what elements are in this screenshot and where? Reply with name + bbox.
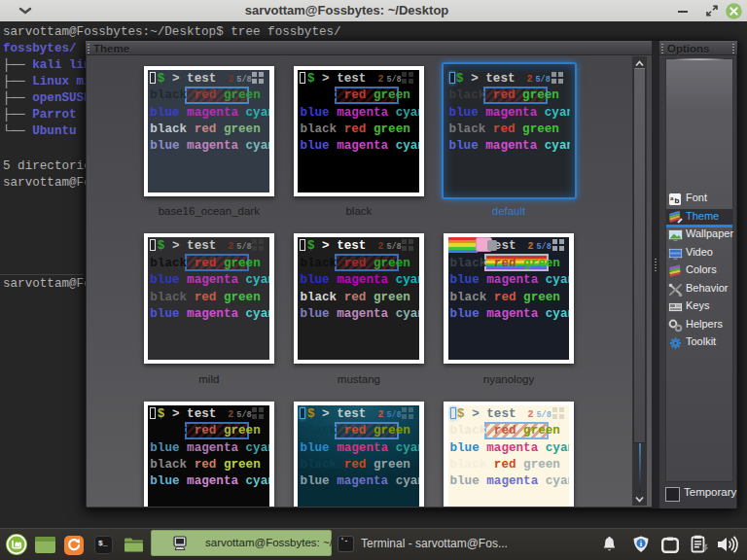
svg-text:b: b	[675, 196, 680, 205]
